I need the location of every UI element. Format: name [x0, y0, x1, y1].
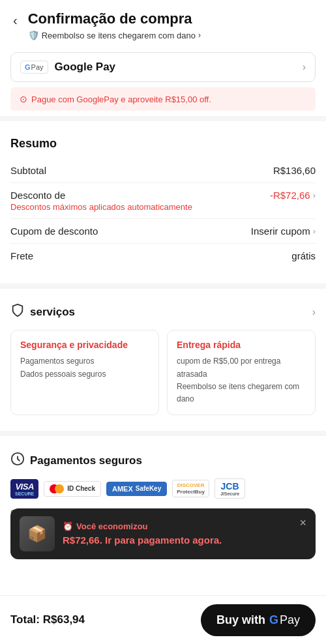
visa-label: VISA: [15, 482, 33, 491]
toast-amount: R$72,66.: [63, 534, 102, 546]
payments-title: Pagamentos seguros: [10, 452, 316, 469]
shipping-row: Frete grátis: [10, 244, 316, 268]
toast-clock-icon: ⏰: [63, 521, 73, 531]
buy-button[interactable]: Buy with GPay: [201, 604, 316, 636]
payments-title-text: Pagamentos seguros: [30, 454, 142, 467]
discover-logo: DISCOVER: [177, 482, 205, 488]
coupon-value: Inserir cupom: [251, 226, 310, 237]
subtitle-arrow: ›: [198, 31, 201, 40]
divider-2: [0, 284, 326, 289]
service-card-title-0: Segurança e privacidade: [20, 340, 149, 350]
subtotal-row: Subtotal R$136,60: [10, 158, 316, 183]
promo-text: Pague com GooglePay e aproveite R$15,00 …: [31, 95, 211, 104]
jcb-sub: J/Secure: [220, 491, 239, 496]
header: ‹ Confirmação de compra 🛡️ Reembolso se …: [0, 0, 326, 47]
buy-label: Buy with: [216, 613, 265, 627]
toast-overlay: 📦 ⏰ Você economizou R$72,66. Ir para pag…: [10, 508, 316, 559]
mc-label: ID Check: [67, 485, 95, 492]
shipping-value: grátis: [291, 250, 316, 261]
gpay-arrow: ›: [303, 61, 306, 73]
services-header-left: serviços: [10, 303, 75, 321]
service-card-0: Segurança e privacidade Pagamentos segur…: [10, 330, 159, 415]
gpay-logo: GPay: [20, 61, 48, 74]
toast-close-button[interactable]: ×: [299, 516, 306, 530]
jcb-logo: JCB: [221, 481, 239, 491]
amex-label: SafeKey: [136, 485, 161, 492]
total-label: Total:: [10, 613, 40, 626]
service-card-1: Entrega rápida cupom de R$5,00 por entre…: [167, 330, 316, 415]
subtitle-text: Reembolso se itens chegarem com dano: [42, 31, 196, 40]
discount-value: -R$72,66: [270, 190, 310, 201]
toast-body-suffix: Ir para pagamento agora.: [102, 534, 222, 546]
discover-label: ProtectBuy: [177, 489, 205, 495]
service-card-item-0-0: Pagamentos seguros: [20, 355, 149, 368]
services-arrow: ›: [312, 306, 316, 318]
discount-row[interactable]: Desconto de Descontos máximos aplicados …: [10, 183, 316, 219]
payment-badges: VISA SECURE ID Check AMEX SafeKey DISCOV…: [10, 478, 316, 499]
footer-total: Total: R$63,94: [10, 613, 85, 626]
badge-mastercard: ID Check: [44, 481, 101, 497]
amex-logo: AMEX: [112, 485, 133, 493]
back-button[interactable]: ‹: [10, 13, 20, 28]
toast-title: Você economizou: [76, 521, 148, 531]
badge-jcb: JCB J/Secure: [215, 478, 245, 499]
resumo-title: Resumo: [10, 137, 316, 151]
discount-arrow: ›: [313, 190, 316, 200]
gpay-left: GPay Google Pay: [20, 61, 115, 74]
resumo-section: Resumo Subtotal R$136,60 Desconto de Des…: [0, 126, 326, 278]
badge-amex: AMEX SafeKey: [106, 482, 167, 496]
service-card-item-1-1: Reembolso se itens chegarem com dano: [177, 381, 306, 405]
service-card-item-1-0: cupom de R$5,00 por entrega atrasada: [177, 355, 306, 380]
coupon-arrow: ›: [313, 226, 316, 236]
divider-3: [0, 431, 326, 436]
badge-visa: VISA SECURE: [10, 479, 38, 499]
toast-header: ⏰ Você economizou: [63, 521, 291, 531]
service-card-title-1: Entrega rápida: [177, 340, 306, 350]
coupon-label: Cupom de desconto: [10, 226, 98, 237]
gpay-section[interactable]: GPay Google Pay ›: [10, 52, 316, 82]
payments-icon: [10, 452, 25, 469]
page-title: Confirmação de compra: [28, 10, 201, 27]
toast-content: ⏰ Você economizou R$72,66. Ir para pagam…: [63, 521, 291, 547]
header-content: Confirmação de compra 🛡️ Reembolso se it…: [28, 10, 201, 40]
subtotal-label: Subtotal: [10, 165, 46, 176]
badge-discover: DISCOVER ProtectBuy: [172, 480, 209, 497]
gpay-pay-logo: GPay: [269, 613, 300, 627]
visa-sub: SECURE: [15, 491, 34, 496]
toast-body: R$72,66. Ir para pagamento agora.: [63, 534, 291, 547]
mc-circle-orange: [55, 484, 64, 493]
shield-icon: 🛡️: [28, 30, 39, 40]
discount-sublabel: Descontos máximos aplicados automaticame…: [10, 202, 192, 212]
services-title: serviços: [30, 306, 75, 319]
service-card-item-0-1: Dados pessoais seguros: [20, 368, 149, 381]
services-header[interactable]: serviços ›: [0, 294, 326, 330]
header-subtitle[interactable]: 🛡️ Reembolso se itens chegarem com dano …: [28, 30, 201, 40]
gpay-pay-text: Pay: [280, 613, 300, 627]
coupon-value-row: Inserir cupom ›: [251, 226, 316, 237]
shield-services-icon: [10, 303, 25, 321]
total-value: R$63,94: [43, 613, 85, 626]
mc-circles: [50, 484, 64, 493]
toast-product-image: 📦: [20, 516, 55, 551]
discount-label: Desconto de: [10, 190, 192, 201]
promo-banner: ⊙ Pague com GooglePay e aproveite R$15,0…: [10, 87, 316, 111]
discount-left: Desconto de Descontos máximos aplicados …: [10, 190, 192, 212]
promo-icon: ⊙: [20, 94, 27, 104]
divider-1: [0, 116, 326, 121]
gpay-g: G: [269, 613, 278, 627]
footer: Total: R$63,94 Buy with GPay: [0, 595, 326, 644]
discount-value-row: -R$72,66 ›: [270, 190, 316, 201]
services-cards: Segurança e privacidade Pagamentos segur…: [0, 330, 326, 426]
subtotal-value: R$136,60: [273, 165, 316, 176]
gpay-name: Google Pay: [55, 61, 116, 74]
coupon-row[interactable]: Cupom de desconto Inserir cupom ›: [10, 219, 316, 244]
shipping-label: Frete: [10, 250, 33, 261]
